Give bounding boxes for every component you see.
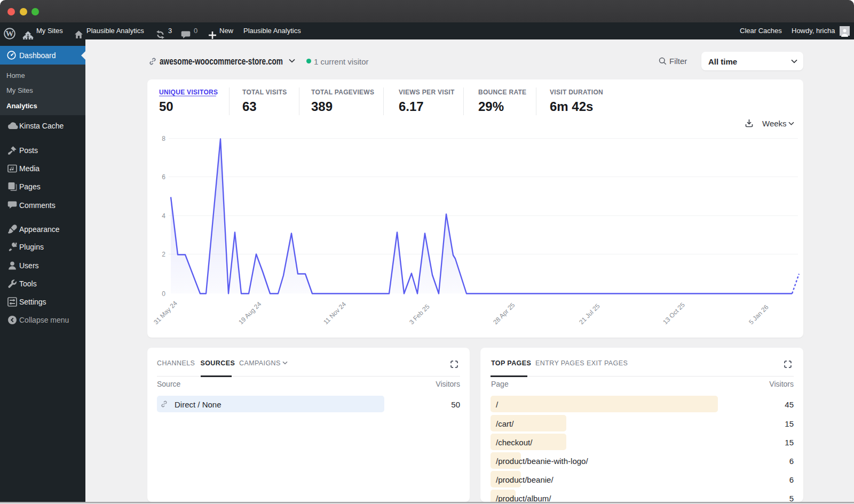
svg-text:W: W <box>6 29 14 38</box>
svg-text:11 Nov 24: 11 Nov 24 <box>322 300 347 325</box>
svg-text:8: 8 <box>162 135 165 142</box>
svg-text:19 Aug 24: 19 Aug 24 <box>237 300 263 325</box>
svg-text:13 Oct 25: 13 Oct 25 <box>661 301 686 326</box>
svg-text:21 Jul 25: 21 Jul 25 <box>578 302 602 326</box>
svg-text:6: 6 <box>162 173 165 181</box>
svg-text:2: 2 <box>162 251 165 258</box>
svg-text:4: 4 <box>162 212 165 220</box>
svg-text:0: 0 <box>162 290 165 298</box>
svg-text:28 Apr 25: 28 Apr 25 <box>492 301 516 325</box>
svg-text:5 Jan 26: 5 Jan 26 <box>747 303 770 326</box>
svg-text:3 Feb 25: 3 Feb 25 <box>408 302 431 326</box>
svg-text:31 May 24: 31 May 24 <box>152 299 179 326</box>
